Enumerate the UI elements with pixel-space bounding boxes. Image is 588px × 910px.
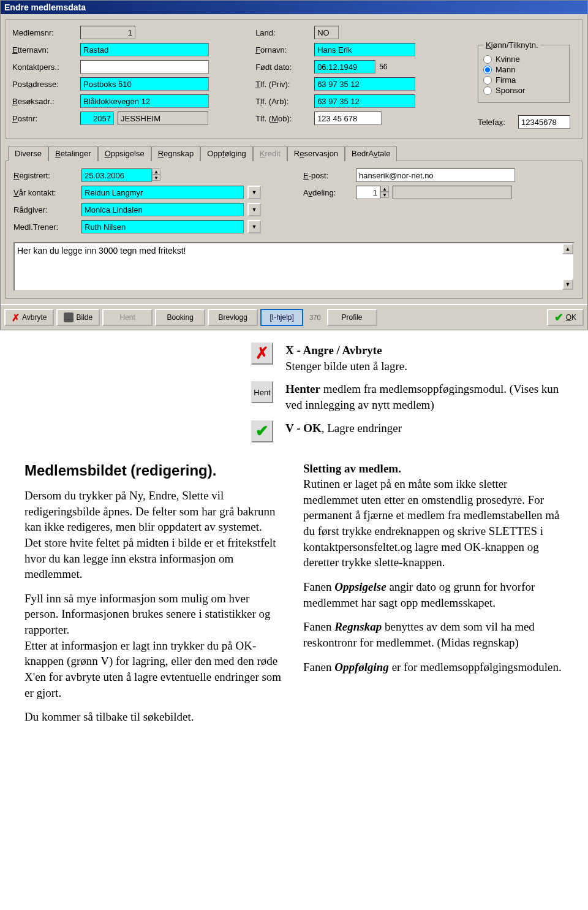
gender-legend: Kjønn/Tilknytn. [483,40,541,50]
alder-display: 56 [379,63,387,71]
radio-firma[interactable] [483,76,492,85]
besoksadr-input[interactable] [80,94,209,108]
tlfpriv-input[interactable] [314,77,415,91]
right-column: Kjønn/Tilknytn. Kvinne Mann Firma [478,26,576,132]
bilde-button[interactable]: Bilde [56,309,100,326]
land-input [314,26,339,39]
medlemsnr-input [80,26,135,39]
doc-left-col: Medlemsbildet (redigering). Dersom du tr… [24,461,285,734]
tab-bedravtale[interactable]: BedrAvtale [345,146,397,161]
label-registrert: Registrert: [13,171,78,180]
epost-input[interactable] [356,169,515,182]
label-land: Land: [255,28,311,37]
radio-kvinne[interactable] [483,55,492,64]
radio-mann[interactable] [483,66,492,74]
close-icon: ✗ [12,312,20,324]
registrert-spin-down[interactable]: ▼ [152,175,160,181]
registrert-spin-up[interactable]: ▲ [152,169,160,175]
doc-p4: Sletting av medlem.Rutinen er laget på e… [303,461,564,571]
postnr-input[interactable] [80,112,114,125]
member-edit-window: Endre medlemsdata Medlemsnr: Etternavn: … [0,0,588,330]
brevlogg-button[interactable]: Brevlogg [208,309,258,326]
label-postadresse: Postadresse: [12,80,77,89]
varkontakt-dropdown[interactable]: ▼ [247,186,261,199]
avdeling-spin-up[interactable]: ▲ [380,186,389,192]
tab-reservasjon[interactable]: Reservasjon [287,146,345,161]
window-title: Endre medlemsdata [4,2,86,12]
window-titlebar: Endre medlemsdata [1,1,587,14]
label-kvinne: Kvinne [496,55,520,64]
avdeling-input[interactable] [356,186,380,199]
avbryte-button[interactable]: ✗ Avbryte [4,309,54,326]
tlfarb-input[interactable] [314,94,415,108]
label-radgiver: Rådgiver: [13,205,78,214]
left-column: Medlemsnr: Etternavn: Kontaktpers.: Post… [12,26,243,132]
label-besoksadr: Besøksadr.: [12,97,77,106]
documentation: ✗ X - Angre / Avbryte Stenger bilde uten… [0,330,588,746]
label-firma: Firma [496,75,516,85]
label-epost: E-post: [303,171,352,180]
scroll-down-icon[interactable]: ▼ [562,279,573,290]
label-medlemsnr: Medlemsnr: [12,28,77,37]
freetext-area[interactable]: Her kan du legge inn 3000 tegn med frite… [13,242,575,291]
tab-kredit: Kredit [253,146,287,161]
profile-button[interactable]: Profile [327,309,377,326]
booking-button[interactable]: Booking [155,309,205,326]
registrert-input[interactable] [81,169,152,182]
radgiver-input[interactable] [81,203,244,216]
scroll-up-icon[interactable]: ▲ [562,243,573,254]
doc-x-text: X - Angre / Avbryte Stenger bilde uten å… [285,343,564,374]
doc-right-col: Sletting av medlem.Rutinen er laget på e… [303,461,564,734]
label-sponsor: Sponsor [496,86,525,95]
check-icon: ✔ [554,311,564,324]
varkontakt-input[interactable] [81,186,244,199]
label-tlfmob: Tlf. (Mob): [255,114,311,123]
ok-button[interactable]: ✔ OK [547,309,584,326]
tab-content-diverse: Registrert: ▲ ▼ Vår kontakt: ▼ [6,161,582,299]
kontaktpers-input[interactable] [80,60,209,74]
doc-ok-icon: ✔ [251,420,273,442]
fodtdato-input[interactable] [314,60,375,74]
tab-betalinger[interactable]: Betalinger [48,146,98,161]
tlfmob-input[interactable] [314,112,382,125]
tab-oppfolging[interactable]: Oppfølging [200,146,253,161]
label-kontaktpers: Kontaktpers.: [12,63,77,72]
doc-ok-text: V - OK, Lagre endringer [285,420,564,436]
doc-p6: Fanen Regnskap benyttes av dem som vil h… [303,619,564,650]
medltrener-input[interactable] [81,220,244,233]
etternavn-input[interactable] [80,43,209,56]
doc-p7: Fanen Oppfølging er for medlemsoppfølgin… [303,659,564,675]
button-bar: ✗ Avbryte Bilde Hent Booking Brevlogg [I… [1,304,587,330]
radio-sponsor[interactable] [483,86,492,95]
poststed-input [118,112,208,125]
label-postnr: Postnr: [12,114,77,123]
avdeling-spin-down[interactable]: ▼ [380,192,389,198]
doc-hent-icon: Hent [251,381,273,403]
medltrener-dropdown[interactable]: ▼ [247,220,261,233]
label-telefax: Telefax: [478,118,514,127]
postadresse-input[interactable] [80,77,209,91]
label-avdeling: Avdeling: [303,188,352,197]
hjelp-number: 370 [309,314,320,321]
hjelp-button[interactable]: [I-hjelp] [260,309,303,326]
doc-x-icon: ✗ [251,343,273,365]
doc-p3: Du kommer så tilbake til søkebildet. [24,709,285,725]
upper-form-section: Medlemsnr: Etternavn: Kontaktpers.: Post… [6,19,582,139]
label-fodtdato: Født dato: [255,63,311,72]
tab-oppsigelse[interactable]: Oppsigelse [98,146,151,161]
label-medltrener: Medl.Trener: [13,222,78,232]
mid-column: Land: Fornavn: Født dato: 56 Tlf. (Priv)… [255,26,466,132]
telefax-input[interactable] [518,115,570,129]
radgiver-dropdown[interactable]: ▼ [247,203,261,216]
freetext-content: Her kan du legge inn 3000 tegn med frite… [17,246,186,256]
doc-p2: Fyll inn så mye informasjon som mulig om… [24,591,285,700]
doc-p5: Fanen Oppsigelse angir dato og grunn for… [303,579,564,610]
label-varkontakt: Vår kontakt: [13,188,78,197]
label-mann: Mann [496,65,516,74]
gender-fieldset: Kjønn/Tilknytn. Kvinne Mann Firma [478,40,570,103]
tab-regnskap[interactable]: Regnskap [151,146,201,161]
tab-bar: Diverse Betalinger Oppsigelse Regnskap O… [6,145,582,161]
tab-diverse[interactable]: Diverse [8,146,48,161]
doc-heading-1: Medlemsbildet (redigering). [24,461,285,480]
fornavn-input[interactable] [314,43,415,56]
